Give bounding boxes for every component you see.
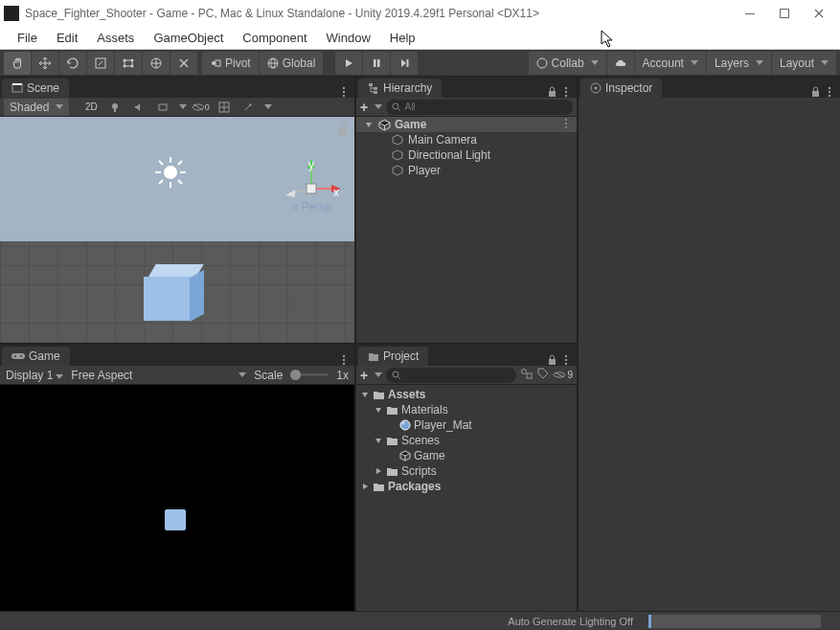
tool-rect[interactable] (115, 52, 142, 75)
lock-icon[interactable] (547, 85, 557, 98)
menu-edit[interactable]: Edit (47, 31, 87, 45)
project-tab-label: Project (383, 349, 419, 363)
svg-line-29 (159, 161, 163, 165)
project-item-materials[interactable]: Materials (356, 402, 577, 417)
project-item-scripts[interactable]: Scripts (356, 463, 577, 479)
maximize-button[interactable] (779, 8, 790, 19)
scene-tab-label: Scene (27, 81, 59, 95)
svg-point-68 (522, 370, 527, 374)
svg-point-5 (131, 58, 134, 61)
account-dropdown[interactable]: Account (635, 52, 706, 75)
panel-options-icon[interactable] (825, 86, 834, 98)
tool-scale[interactable] (87, 52, 114, 75)
project-item-player-mat[interactable]: Player_Mat (356, 417, 577, 433)
project-item-packages[interactable]: Packages (356, 479, 577, 494)
game-tab[interactable]: Game (2, 347, 70, 366)
svg-point-54 (565, 86, 567, 88)
step-button[interactable] (391, 52, 418, 75)
minimize-button[interactable] (744, 8, 756, 19)
hidden-objects[interactable]: 0 (190, 100, 211, 115)
unity-app-icon (4, 6, 19, 21)
tool-global[interactable]: Global (260, 52, 324, 75)
tool-move[interactable] (32, 52, 58, 75)
svg-point-59 (565, 119, 567, 121)
svg-point-63 (565, 354, 567, 356)
project-search-input[interactable] (404, 370, 511, 380)
cloud-button[interactable] (607, 52, 634, 75)
fx-toggle[interactable] (152, 100, 173, 115)
folder-icon (386, 466, 398, 477)
project-item-assets[interactable]: Assets (356, 387, 577, 402)
panel-options-icon[interactable] (339, 354, 349, 366)
menu-help[interactable]: Help (380, 31, 425, 45)
tool-transform[interactable] (143, 52, 170, 75)
game-viewport[interactable] (0, 385, 354, 611)
tool-pivot[interactable]: Pivot (202, 52, 259, 75)
hidden-packages[interactable]: 9 (553, 370, 573, 380)
folder-icon (373, 390, 385, 400)
project-item-scenes[interactable]: Scenes (356, 433, 577, 448)
close-button[interactable] (813, 8, 825, 19)
project-item-game-scene[interactable]: Game (356, 448, 577, 463)
scene-viewport[interactable]: y x ≡ Persp (0, 117, 354, 343)
shading-mode-dropdown[interactable]: Shaded (4, 99, 69, 116)
filter-by-label[interactable] (537, 368, 549, 382)
mode-2d-toggle[interactable]: 2D (80, 100, 102, 115)
directional-light-gizmo[interactable] (153, 155, 188, 190)
project-tab[interactable]: Project (358, 347, 428, 366)
collab-dropdown[interactable]: Collab (529, 52, 606, 75)
svg-point-7 (131, 64, 134, 67)
scene-tab[interactable]: Scene (2, 79, 69, 98)
svg-point-17 (343, 87, 345, 89)
menu-window[interactable]: Window (317, 31, 380, 45)
hierarchy-search[interactable] (386, 100, 573, 115)
create-button[interactable]: + (360, 368, 368, 383)
create-button[interactable]: + (360, 100, 368, 115)
menu-component[interactable]: Component (233, 31, 316, 45)
layout-dropdown[interactable]: Layout (772, 52, 836, 75)
audio-toggle[interactable] (128, 100, 149, 115)
hierarchy-tab[interactable]: Hierarchy (358, 79, 442, 98)
menu-assets[interactable]: Assets (87, 31, 144, 45)
panel-options-icon[interactable] (561, 86, 571, 98)
light-toggle[interactable] (104, 100, 125, 115)
tool-hand[interactable] (4, 52, 31, 75)
panel-options-icon[interactable] (339, 86, 349, 98)
svg-rect-52 (374, 91, 377, 94)
menu-gameobject[interactable]: GameObject (144, 31, 233, 45)
aspect-dropdown[interactable]: Free Aspect (71, 369, 228, 382)
hierarchy-item-camera[interactable]: Main Camera (356, 132, 577, 147)
hierarchy-item-player[interactable]: Player (356, 163, 577, 178)
project-search[interactable] (386, 368, 516, 383)
svg-rect-51 (374, 87, 377, 90)
scale-slider[interactable] (290, 373, 329, 376)
scene-tab-icon (11, 82, 23, 94)
layers-dropdown[interactable]: Layers (707, 52, 771, 75)
filter-by-type[interactable] (520, 368, 534, 382)
orientation-gizmo[interactable]: y x ≡ Persp (278, 155, 345, 225)
folder-icon (373, 482, 385, 492)
tool-custom[interactable] (170, 52, 197, 75)
hierarchy-search-input[interactable] (404, 101, 567, 112)
panel-options-icon[interactable] (561, 354, 571, 366)
svg-rect-41 (306, 184, 316, 193)
lock-icon[interactable] (337, 123, 349, 139)
play-button[interactable] (335, 52, 362, 75)
hierarchy-item-light[interactable]: Directional Light (356, 147, 577, 163)
inspector-tab[interactable]: Inspector (580, 79, 662, 98)
scene-options-icon[interactable] (561, 118, 571, 129)
hierarchy-toolbar: + (356, 98, 577, 117)
menu-file[interactable]: File (8, 31, 47, 45)
scene-row[interactable]: Game (356, 117, 577, 132)
lock-icon[interactable] (810, 85, 821, 98)
player-cube-gizmo[interactable] (144, 264, 199, 320)
lock-icon[interactable] (547, 353, 557, 366)
grid-toggle[interactable] (214, 100, 235, 115)
display-dropdown[interactable]: Display 1 (6, 369, 63, 382)
project-tree: Assets Materials Player_Mat Scenes (356, 385, 577, 611)
tool-rotate[interactable] (59, 52, 86, 75)
tools-toggle[interactable] (238, 100, 259, 115)
svg-marker-40 (285, 190, 295, 197)
game-tab-icon (11, 351, 25, 361)
pause-button[interactable] (363, 52, 390, 75)
